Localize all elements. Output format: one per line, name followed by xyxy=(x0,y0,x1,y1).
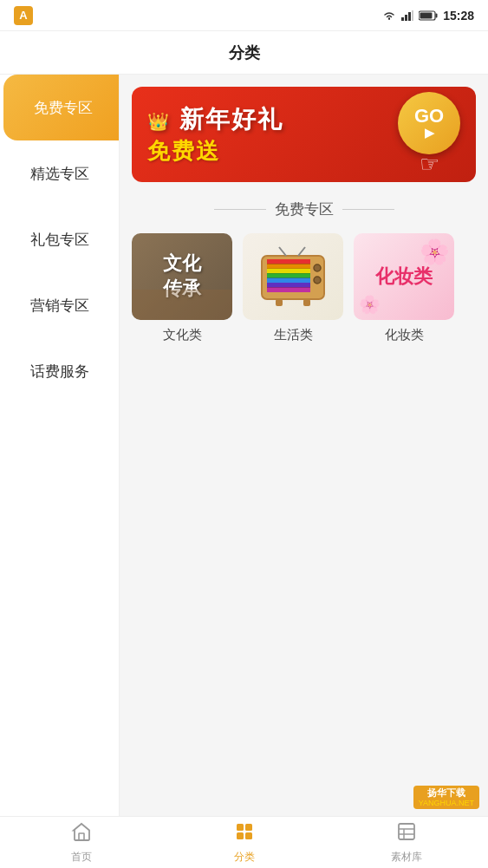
sidebar-item-free[interactable]: 免费专区 xyxy=(3,75,120,140)
sidebar: 免费专区 精选专区 礼包专区 营销专区 话费服务 xyxy=(0,75,120,816)
banner-line1: 👑 新年好礼 xyxy=(147,103,283,136)
flower-decoration-2: 🌸 xyxy=(359,294,381,315)
section-title-text: 免费专区 xyxy=(275,199,334,219)
nav-label-category: 分类 xyxy=(234,850,255,865)
category-grid: 文化 传承 文化类 xyxy=(132,233,476,343)
svg-rect-13 xyxy=(267,278,310,283)
category-label-culture: 文化类 xyxy=(163,327,202,343)
svg-rect-25 xyxy=(237,832,244,839)
sidebar-item-gift[interactable]: 礼包专区 xyxy=(0,206,119,272)
hand-pointer-icon: ☞ xyxy=(420,151,439,178)
svg-line-20 xyxy=(279,247,286,256)
bottom-nav: 首页 分类 素材库 xyxy=(0,816,488,868)
banner-line2: 免费送 xyxy=(147,136,283,166)
wifi-icon xyxy=(382,10,396,21)
watermark-line2: YANGHUA.NET xyxy=(419,799,474,807)
nav-label-home: 首页 xyxy=(71,850,92,865)
home-icon xyxy=(71,821,92,847)
section-title: 免费专区 xyxy=(132,199,476,219)
nav-item-material[interactable]: 素材库 xyxy=(325,817,488,868)
watermark: 扬华下载 YANGHUA.NET xyxy=(413,786,479,809)
material-icon xyxy=(396,821,417,847)
svg-rect-23 xyxy=(237,824,244,831)
status-bar-right: 15:28 xyxy=(382,9,474,23)
watermark-line1: 扬华下载 xyxy=(427,787,465,799)
banner-text: 👑 新年好礼 免费送 xyxy=(147,103,283,166)
battery-icon xyxy=(419,10,438,21)
nav-item-category[interactable]: 分类 xyxy=(163,817,326,868)
status-bar: A 15:28 xyxy=(0,0,488,31)
category-item-makeup[interactable]: 化妆类 🌸 🌸 化妆类 xyxy=(354,233,454,343)
category-label-life: 生活类 xyxy=(274,327,313,343)
svg-rect-9 xyxy=(267,259,310,264)
header: 分类 xyxy=(0,31,488,75)
sidebar-item-phone[interactable]: 话费服务 xyxy=(0,338,119,404)
title-left-line xyxy=(214,209,266,210)
nav-item-home[interactable]: 首页 xyxy=(0,817,163,868)
banner-go-button[interactable]: GO ▶ xyxy=(398,92,460,154)
svg-rect-26 xyxy=(245,832,252,839)
category-image-life xyxy=(243,233,343,320)
svg-rect-2 xyxy=(408,12,411,21)
svg-rect-0 xyxy=(401,17,404,21)
svg-point-16 xyxy=(314,264,321,271)
tv-icon xyxy=(255,244,331,310)
category-icon xyxy=(234,821,255,847)
category-item-life[interactable]: 生活类 xyxy=(243,233,343,343)
svg-rect-18 xyxy=(276,299,283,306)
banner[interactable]: 👑 新年好礼 免费送 GO ▶ ☞ xyxy=(132,87,476,182)
svg-rect-10 xyxy=(267,264,310,268)
svg-line-21 xyxy=(298,247,305,256)
flower-decoration: 🌸 xyxy=(420,238,450,266)
svg-rect-14 xyxy=(267,283,310,287)
status-bar-left: A xyxy=(14,6,33,25)
main-layout: 免费专区 精选专区 礼包专区 营销专区 话费服务 👑 新年好礼 免费送 xyxy=(0,75,488,816)
app-icon: A xyxy=(14,6,33,25)
category-item-culture[interactable]: 文化 传承 文化类 xyxy=(132,233,232,343)
sidebar-item-marketing[interactable]: 营销专区 xyxy=(0,272,119,338)
sidebar-item-selected[interactable]: 精选专区 xyxy=(0,140,119,206)
signal-icon xyxy=(401,10,413,21)
content-area: 👑 新年好礼 免费送 GO ▶ ☞ 免费专区 xyxy=(120,75,488,816)
svg-rect-24 xyxy=(245,824,252,831)
page-title: 分类 xyxy=(229,42,260,63)
svg-rect-6 xyxy=(420,12,433,18)
category-image-culture: 文化 传承 xyxy=(132,233,232,320)
svg-rect-19 xyxy=(303,299,310,306)
nav-label-material: 素材库 xyxy=(391,850,422,865)
time-display: 15:28 xyxy=(443,9,474,23)
title-right-line xyxy=(342,209,394,210)
svg-rect-12 xyxy=(267,273,310,277)
svg-rect-5 xyxy=(436,13,438,17)
svg-point-17 xyxy=(314,277,321,284)
category-label-makeup: 化妆类 xyxy=(385,327,424,343)
svg-rect-15 xyxy=(267,287,310,292)
svg-rect-22 xyxy=(79,833,84,840)
category-image-makeup: 化妆类 🌸 🌸 xyxy=(354,233,454,320)
svg-rect-1 xyxy=(405,15,407,21)
svg-rect-11 xyxy=(267,269,310,273)
svg-rect-27 xyxy=(399,824,414,839)
svg-rect-3 xyxy=(412,10,413,21)
